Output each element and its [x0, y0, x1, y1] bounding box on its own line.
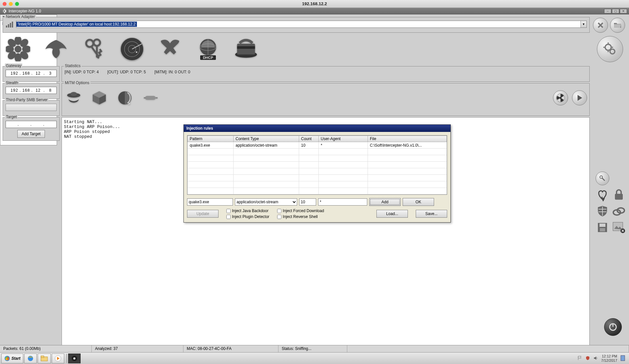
- image-delete-icon[interactable]: [612, 221, 626, 234]
- col-file[interactable]: File: [368, 136, 447, 142]
- app-gear-icon: [2, 9, 7, 13]
- table-row[interactable]: quake3.exe application/octet-stream 10 *…: [188, 142, 447, 149]
- eagle-icon[interactable]: [43, 36, 69, 62]
- target-input[interactable]: [6, 121, 57, 128]
- radar-icon[interactable]: [119, 36, 145, 62]
- target-group: Target Add Target: [3, 117, 60, 141]
- close-button[interactable]: ✕: [620, 9, 627, 13]
- statistics-label: Statistics: [64, 64, 82, 68]
- shield-icon[interactable]: [596, 204, 609, 218]
- stealth-group: Stealth: [3, 83, 60, 99]
- tray-flag-icon[interactable]: [578, 356, 582, 361]
- svg-rect-29: [145, 96, 156, 100]
- chk-forced[interactable]: Inject Forced Download: [277, 209, 324, 213]
- add-target-button[interactable]: Add Target: [17, 130, 45, 138]
- load-button[interactable]: Load...: [376, 210, 408, 218]
- col-ua[interactable]: User-Agent: [319, 136, 368, 142]
- svg-rect-39: [600, 228, 605, 231]
- task-explorer[interactable]: [38, 354, 51, 363]
- col-pattern[interactable]: Pattern: [188, 136, 234, 142]
- messenger-icon[interactable]: [5, 36, 31, 62]
- nuke-button[interactable]: [553, 90, 568, 105]
- svg-rect-3: [12, 22, 13, 27]
- task-media[interactable]: [52, 354, 64, 363]
- stats-mitm: [MiTM]: IN: 0 OUT: 0: [154, 70, 190, 74]
- save-icon[interactable]: [596, 221, 609, 234]
- minimize-button[interactable]: –: [604, 9, 611, 13]
- svg-point-10: [15, 46, 22, 53]
- side-tools: [595, 172, 626, 234]
- spy-icon[interactable]: [65, 89, 83, 107]
- windows-taskbar: Start 12:12 PM 7/12/2017: [0, 352, 629, 364]
- svg-point-12: [86, 40, 93, 47]
- crossed-axes-icon[interactable]: [157, 36, 183, 62]
- chevron-down-icon[interactable]: ▼: [581, 21, 586, 27]
- col-ctype[interactable]: Content Type: [234, 136, 299, 142]
- lock-icon[interactable]: [612, 188, 626, 202]
- app-body: Network Adapter 'Intel(R) PRO/1000 MT De…: [0, 14, 629, 352]
- count-input[interactable]: [299, 198, 316, 206]
- inject-icon[interactable]: [141, 89, 160, 107]
- pattern-input[interactable]: [187, 198, 233, 206]
- svg-rect-47: [41, 356, 44, 357]
- network-adapter-label: Network Adapter: [5, 14, 36, 19]
- play-button[interactable]: [572, 90, 587, 105]
- status-mac: MAC: 08-00-27-4C-00-FA: [183, 345, 278, 352]
- cell-ua: *: [319, 142, 368, 149]
- tray-shield-icon[interactable]: [585, 356, 590, 361]
- settings-round-button[interactable]: [597, 36, 623, 62]
- host-title: 192.168.12.2: [19, 1, 610, 6]
- dhcp-globe-icon[interactable]: DHCP: [195, 36, 221, 62]
- chk-java[interactable]: Inject Java Backdoor: [226, 209, 269, 213]
- open-folder-button[interactable]: [610, 18, 625, 33]
- svg-point-27: [70, 92, 77, 96]
- tray-volume-icon[interactable]: [593, 356, 598, 361]
- maximize-button[interactable]: ▢: [612, 9, 619, 13]
- cell-ctype: application/octet-stream: [234, 142, 299, 149]
- col-count[interactable]: Count: [299, 136, 319, 142]
- smb-label: Third-Party SMB Server: [5, 98, 48, 102]
- ok-button[interactable]: OK: [403, 198, 434, 206]
- stats-out: [OUT]: UDP: 0 TCP: 5: [107, 70, 146, 74]
- adapter-dropdown[interactable]: 'Intel(R) PRO/1000 MT Desktop Adapter' o…: [16, 21, 587, 28]
- ua-input[interactable]: [318, 198, 367, 206]
- smb-input[interactable]: [6, 104, 57, 111]
- chk-plugin[interactable]: Inject Plugin Detector: [226, 214, 269, 219]
- mac-minimize-icon[interactable]: [9, 2, 13, 6]
- rules-table[interactable]: Pattern Content Type Count User-Agent Fi…: [187, 135, 447, 195]
- status-bar: Packets: 61 (0.00Mb) Analyzed: 37 MAC: 0…: [0, 345, 629, 352]
- heartbleed-icon[interactable]: [596, 188, 609, 202]
- dialog-title[interactable]: Injection rules: [184, 125, 450, 132]
- svg-rect-34: [615, 194, 623, 200]
- key-round-icon[interactable]: [596, 172, 609, 185]
- ctype-select[interactable]: application/octet-stream: [235, 198, 297, 206]
- tray-desktop-icon[interactable]: [620, 355, 625, 362]
- task-intercepter[interactable]: [68, 354, 81, 363]
- mac-close-icon[interactable]: [3, 2, 7, 6]
- box-icon[interactable]: [90, 89, 108, 107]
- cell-pattern: quake3.exe: [188, 142, 234, 149]
- svg-rect-22: [237, 44, 255, 54]
- system-tray[interactable]: 12:12 PM 7/12/2017: [578, 354, 628, 362]
- wallet-icon[interactable]: [233, 36, 259, 62]
- network-adapter-group: Network Adapter 'Intel(R) PRO/1000 MT De…: [3, 17, 590, 33]
- start-button[interactable]: Start: [1, 354, 23, 363]
- svg-point-5: [610, 49, 615, 54]
- app-titlebar: Intercepter-NG 1.0 – ▢ ✕: [0, 8, 629, 14]
- globe-arrow-icon[interactable]: [116, 89, 134, 107]
- keys-icon[interactable]: [81, 36, 107, 62]
- tray-clock[interactable]: 12:12 PM 7/12/2017: [601, 354, 617, 362]
- update-button[interactable]: Update: [187, 210, 219, 218]
- save-button[interactable]: Save...: [416, 210, 447, 218]
- start-label: Start: [11, 356, 20, 361]
- mac-zoom-icon[interactable]: [15, 2, 19, 6]
- rings-icon[interactable]: [612, 204, 626, 218]
- power-button[interactable]: [604, 318, 622, 336]
- task-ie[interactable]: [24, 354, 37, 363]
- stealth-input[interactable]: [6, 87, 57, 94]
- cancel-round-button[interactable]: [593, 18, 608, 33]
- chk-reverse[interactable]: Inject Reverse Shell: [277, 214, 324, 219]
- svg-rect-2: [10, 23, 11, 27]
- gateway-input[interactable]: [6, 70, 57, 77]
- add-button[interactable]: Add: [369, 198, 401, 206]
